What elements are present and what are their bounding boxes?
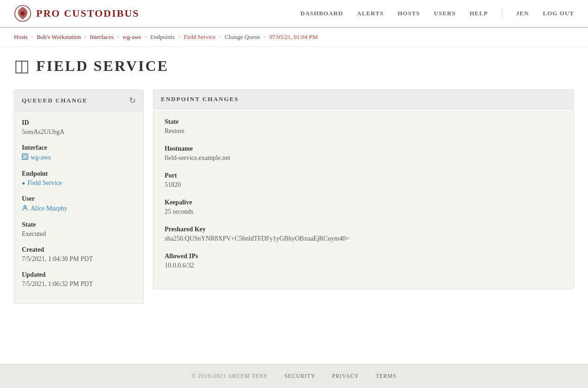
field-interface-link[interactable]: wg-aws: [22, 153, 136, 162]
ep-field-preshared-key: Preshared Key sha256:QUSnYNR8XPV+C56nldT…: [165, 226, 562, 242]
reset-icon[interactable]: ↻: [129, 95, 136, 106]
breadcrumb-field-service[interactable]: Field Service: [184, 33, 216, 41]
footer-security[interactable]: SECURITY: [284, 373, 315, 380]
breadcrumb-workstation[interactable]: Bob's Workstation: [37, 33, 81, 41]
breadcrumb-sep-6: >: [218, 33, 222, 41]
breadcrumb-change-queue: Change Queue: [224, 33, 260, 41]
breadcrumb-datetime: 07/05/21, 01:04 PM: [269, 33, 318, 41]
nav-links: DASHBOARD ALERTS HOSTS USERS HELP JEN LO…: [300, 9, 574, 18]
field-endpoint: Endpoint ● Field Service: [22, 170, 136, 187]
svg-rect-2: [22, 154, 28, 159]
interface-icon: [22, 153, 28, 162]
queued-change-panel: QUEUED CHANGE ↻ ID 5omAs2UUbgA Interface: [14, 89, 144, 304]
user-icon: [22, 204, 28, 213]
user-link-text: Alice Murphy: [31, 205, 67, 212]
endpoint-changes-header: ENDPOINT CHANGES: [153, 90, 574, 109]
field-created-label: Created: [22, 246, 136, 254]
nav-dashboard[interactable]: DASHBOARD: [300, 10, 343, 17]
ep-field-preshared-key-value: sha256:QUSnYNR8XPV+C56nldTFDFy1yGBhyOBxu…: [165, 235, 562, 242]
field-updated-label: Updated: [22, 271, 136, 279]
brand-name: PRO CUSTODIBUS: [36, 7, 140, 19]
nav-hosts[interactable]: HOSTS: [397, 10, 420, 17]
ep-field-allowed-ips: Allowed IPs 10.0.0.6/32: [165, 253, 562, 269]
breadcrumb: Hosts > Bob's Workstation > Interfaces >…: [0, 28, 588, 47]
field-user-label: User: [22, 195, 136, 203]
ep-field-port-value: 51820: [165, 181, 562, 189]
svg-point-1: [20, 11, 25, 16]
ep-field-keepalive: Keepalive 25 seconds: [165, 199, 562, 216]
field-state-value: Executed: [22, 230, 136, 238]
ep-field-keepalive-label: Keepalive: [165, 199, 562, 206]
endpoint-changes-body: State Restore Hostname field-service.exa…: [153, 109, 574, 289]
endpoint-changes-title: ENDPOINT CHANGES: [161, 95, 239, 103]
footer-copyright: © 2019-2021 ARCEM TENE: [192, 373, 268, 380]
breadcrumb-wg-aws[interactable]: wg-aws: [122, 33, 141, 41]
ep-field-allowed-ips-label: Allowed IPs: [165, 253, 562, 260]
brand: PRO CUSTODIBUS: [14, 5, 140, 22]
field-id: ID 5omAs2UUbgA: [22, 119, 136, 136]
interface-link-text: wg-aws: [31, 154, 51, 161]
ep-field-keepalive-value: 25 seconds: [165, 208, 562, 216]
field-id-value: 5omAs2UUbgA: [22, 128, 136, 136]
ep-field-allowed-ips-value: 10.0.0.6/32: [165, 262, 562, 269]
breadcrumb-sep-2: >: [83, 33, 87, 41]
ep-field-hostname-label: Hostname: [165, 145, 562, 153]
breadcrumb-sep-1: >: [31, 33, 34, 41]
ep-field-state-label: State: [165, 118, 562, 126]
ep-field-preshared-key-label: Preshared Key: [165, 226, 562, 233]
ep-field-hostname-value: field-service.example.net: [165, 154, 562, 162]
ep-field-state-value: Restore: [165, 127, 562, 135]
field-updated-value: 7/5/2021, 1:06:32 PM PDT: [22, 280, 136, 288]
nav-divider: [502, 9, 502, 18]
footer-privacy[interactable]: PRIVACY: [332, 373, 359, 380]
svg-rect-3: [24, 155, 26, 158]
ep-field-port-label: Port: [165, 172, 562, 179]
footer: © 2019-2021 ARCEM TENE · SECURITY · PRIV…: [0, 364, 588, 388]
footer-dot-1: ·: [275, 373, 277, 380]
footer-terms[interactable]: TERMS: [376, 373, 396, 380]
endpoint-changes-panel: ENDPOINT CHANGES State Restore Hostname …: [153, 89, 574, 289]
field-interface-label: Interface: [22, 144, 136, 152]
nav-logout[interactable]: LOG OUT: [543, 10, 574, 17]
field-id-label: ID: [22, 119, 136, 127]
breadcrumb-interfaces[interactable]: Interfaces: [90, 33, 114, 41]
field-interface: Interface wg-aws: [22, 144, 136, 162]
breadcrumb-sep-5: >: [178, 33, 181, 41]
breadcrumb-endpoints: Endpoints: [150, 33, 175, 41]
breadcrumb-sep-7: >: [263, 33, 266, 41]
endpoint-link-text: Field Service: [27, 179, 62, 187]
field-endpoint-link[interactable]: ● Field Service: [22, 179, 136, 187]
svg-point-4: [24, 206, 26, 208]
footer-dot-2: ·: [323, 373, 325, 380]
ep-field-hostname: Hostname field-service.example.net: [165, 145, 562, 162]
nav-help[interactable]: HELP: [470, 10, 488, 17]
navbar: PRO CUSTODIBUS DASHBOARD ALERTS HOSTS US…: [0, 0, 588, 28]
field-created-value: 7/5/2021, 1:04:30 PM PDT: [22, 255, 136, 263]
page-header: ◫ FIELD SERVICE: [0, 47, 588, 80]
queued-change-body: ID 5omAs2UUbgA Interface wg-aws: [14, 112, 143, 304]
field-user-link[interactable]: Alice Murphy: [22, 204, 136, 213]
field-updated: Updated 7/5/2021, 1:06:32 PM PDT: [22, 271, 136, 288]
queued-change-header: QUEUED CHANGE ↻: [14, 90, 143, 112]
field-user: User Alice Murphy: [22, 195, 136, 213]
footer-dot-3: ·: [366, 373, 368, 380]
ep-field-state: State Restore: [165, 118, 562, 135]
page-header-icon: ◫: [14, 56, 30, 76]
breadcrumb-hosts[interactable]: Hosts: [14, 33, 28, 41]
queued-change-title: QUEUED CHANGE: [22, 97, 88, 104]
endpoint-icon: ●: [22, 180, 25, 187]
page-title: FIELD SERVICE: [36, 57, 169, 75]
main-content: QUEUED CHANGE ↻ ID 5omAs2UUbgA Interface: [0, 80, 588, 323]
field-state-label: State: [22, 221, 136, 229]
ep-field-port: Port 51820: [165, 172, 562, 189]
nav-users[interactable]: USERS: [434, 10, 456, 17]
breadcrumb-sep-3: >: [116, 33, 120, 41]
field-state: State Executed: [22, 221, 136, 238]
nav-alerts[interactable]: ALERTS: [357, 10, 384, 17]
nav-user[interactable]: JEN: [516, 10, 529, 17]
field-endpoint-label: Endpoint: [22, 170, 136, 178]
brand-logo-icon: [14, 5, 32, 22]
breadcrumb-sep-4: >: [144, 33, 147, 41]
field-created: Created 7/5/2021, 1:04:30 PM PDT: [22, 246, 136, 263]
